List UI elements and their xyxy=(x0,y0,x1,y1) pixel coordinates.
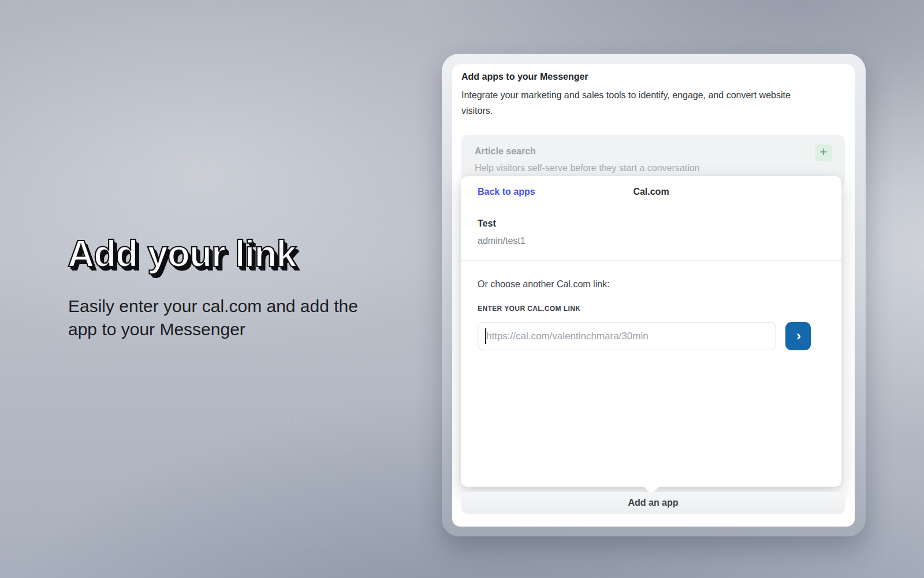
card-description: Integrate your marketing and sales tools… xyxy=(461,87,808,118)
messenger-settings-frame: Add apps to your Messenger Integrate you… xyxy=(442,54,866,536)
card-title: Add apps to your Messenger xyxy=(461,72,588,82)
calcom-link-input[interactable] xyxy=(478,322,776,350)
hero-section: Add your link Easily enter your cal.com … xyxy=(68,232,391,341)
submit-link-button[interactable]: › xyxy=(785,322,811,350)
chevron-right-icon: › xyxy=(796,328,801,344)
article-search-title: Article search xyxy=(475,146,536,157)
plus-icon: + xyxy=(820,144,828,159)
hero-subtitle: Easily enter your cal.com and add the ap… xyxy=(68,295,380,341)
divider xyxy=(461,260,841,261)
add-article-search-button[interactable]: + xyxy=(815,144,832,161)
choose-link-label: Or choose another Cal.com link: xyxy=(478,279,610,290)
link-input-label: ENTER YOUR CAL.COM LINK xyxy=(478,305,580,313)
text-cursor xyxy=(485,328,486,344)
add-an-app-button[interactable]: Add an app xyxy=(461,492,845,514)
calcom-popover: Back to apps Cal.com Test admin/test1 Or… xyxy=(461,176,841,487)
hero-title: Add your link xyxy=(68,232,391,275)
add-apps-card: Add apps to your Messenger Integrate you… xyxy=(452,64,855,527)
event-slug: admin/test1 xyxy=(478,236,526,246)
event-name[interactable]: Test xyxy=(478,218,496,229)
article-search-subtitle: Help visitors self-serve before they sta… xyxy=(475,163,700,173)
popover-title: Cal.com xyxy=(461,187,841,197)
